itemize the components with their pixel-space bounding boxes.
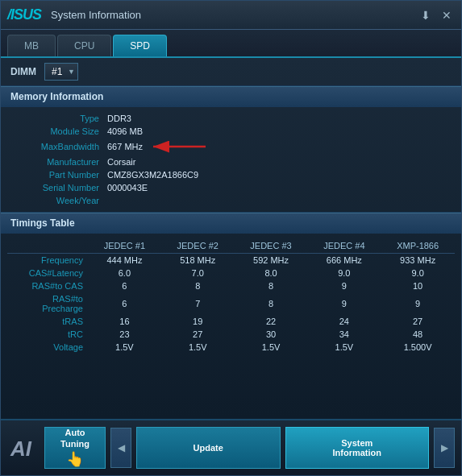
title-bar: /ISUS System Information ⬇ ✕ bbox=[1, 1, 461, 30]
part-number-value: CMZ8GX3M2A1866C9 bbox=[107, 170, 198, 180]
serial-number-label: Serial Number bbox=[10, 183, 99, 192]
info-row-maxbandwidth: MaxBandwidth 667 MHz bbox=[10, 138, 452, 155]
trc-jedec3: 30 bbox=[235, 328, 308, 341]
asus-logo: /ISUS bbox=[7, 6, 41, 23]
timings-col-header-jedec1: JEDEC #1 bbox=[88, 238, 161, 254]
nav-left-button[interactable]: ◀ bbox=[110, 428, 131, 468]
timings-grid: JEDEC #1 JEDEC #2 JEDEC #3 JEDEC #4 XMP-… bbox=[7, 238, 455, 354]
tras-jedec4: 24 bbox=[307, 315, 381, 328]
voltage-xmp: 1.500V bbox=[381, 341, 455, 354]
module-size-value: 4096 MB bbox=[107, 126, 143, 136]
frequency-jedec3: 592 MHz bbox=[235, 254, 308, 267]
dimm-select[interactable]: #1 #2 #3 #4 bbox=[44, 63, 78, 81]
timings-row-voltage: Voltage 1.5V 1.5V 1.5V 1.5V 1.500V bbox=[7, 341, 455, 354]
info-row-serial-number: Serial Number 0000043E bbox=[10, 181, 452, 194]
maxbandwidth-label: MaxBandwidth bbox=[10, 142, 99, 151]
auto-tuning-line2: Tuning bbox=[60, 439, 89, 449]
timings-row-tras: tRAS 16 19 22 24 27 bbox=[7, 315, 455, 328]
svg-text:AI: AI bbox=[10, 437, 32, 461]
frequency-xmp: 933 MHz bbox=[381, 254, 455, 267]
manufacturer-value: Corsair bbox=[107, 157, 135, 167]
voltage-jedec4: 1.5V bbox=[307, 341, 381, 354]
ras-precharge-jedec2: 7 bbox=[161, 292, 235, 315]
serial-number-value: 0000043E bbox=[107, 183, 148, 192]
tab-mb[interactable]: MB bbox=[7, 35, 56, 56]
tras-jedec3: 22 bbox=[235, 315, 308, 328]
trc-jedec2: 27 bbox=[161, 328, 235, 341]
nav-right-button[interactable]: ▶ bbox=[434, 428, 455, 468]
tras-label: tRAS bbox=[7, 315, 88, 328]
dimm-select-wrapper[interactable]: #1 #2 #3 #4 bbox=[44, 63, 78, 81]
week-year-label: Week/Year bbox=[10, 196, 99, 205]
ras-to-cas-xmp: 10 bbox=[381, 279, 455, 292]
chevron-right-icon: ▶ bbox=[441, 442, 448, 453]
tabs-bar: MB CPU SPD bbox=[1, 30, 461, 56]
frequency-label: Frequency bbox=[7, 254, 88, 267]
part-number-label: Part Number bbox=[10, 170, 99, 180]
info-row-manufacturer: Manufacturer Corsair bbox=[10, 155, 452, 168]
timings-col-header-jedec4: JEDEC #4 bbox=[307, 238, 381, 254]
maxbandwidth-value: 667 MHz bbox=[107, 142, 143, 151]
ras-to-cas-jedec1: 6 bbox=[88, 279, 161, 292]
trc-jedec1: 23 bbox=[88, 328, 161, 341]
trc-label: tRC bbox=[7, 328, 88, 341]
ras-to-cas-jedec4: 9 bbox=[307, 279, 381, 292]
title-buttons: ⬇ ✕ bbox=[418, 7, 455, 23]
close-button[interactable]: ✕ bbox=[439, 7, 455, 23]
tras-jedec1: 16 bbox=[88, 315, 161, 328]
trc-xmp: 48 bbox=[381, 328, 455, 341]
cas-jedec2: 7.0 bbox=[161, 267, 235, 279]
ras-precharge-label: RAS#to Precharge bbox=[7, 292, 88, 315]
frequency-jedec4: 666 MHz bbox=[307, 254, 381, 267]
trc-jedec4: 34 bbox=[307, 328, 381, 341]
timings-row-cas: CAS#Latency 6.0 7.0 8.0 9.0 9.0 bbox=[7, 267, 455, 279]
timings-col-header-jedec3: JEDEC #3 bbox=[235, 238, 308, 254]
system-info-line2: Information bbox=[333, 448, 382, 457]
dimm-row: DIMM #1 #2 #3 #4 bbox=[1, 58, 461, 86]
update-button[interactable]: Update bbox=[136, 427, 281, 469]
info-row-type: Type DDR3 bbox=[10, 112, 452, 125]
download-button[interactable]: ⬇ bbox=[418, 7, 434, 23]
timings-table: JEDEC #1 JEDEC #2 JEDEC #3 JEDEC #4 XMP-… bbox=[1, 234, 461, 358]
timings-row-ras-to-cas: RAS#to CAS 6 8 8 9 10 bbox=[7, 279, 455, 292]
cas-jedec1: 6.0 bbox=[88, 267, 161, 279]
voltage-jedec3: 1.5V bbox=[235, 341, 308, 354]
manufacturer-label: Manufacturer bbox=[10, 157, 99, 167]
timings-col-header-xmp: XMP-1866 bbox=[381, 238, 455, 254]
memory-section-header: Memory Information bbox=[1, 86, 461, 107]
ras-precharge-jedec4: 9 bbox=[307, 292, 381, 315]
timings-row-trc: tRC 23 27 30 34 48 bbox=[7, 328, 455, 341]
system-info-line1: System bbox=[341, 438, 373, 448]
system-info-label: System Information bbox=[333, 438, 382, 457]
timings-section-header: Timings Table bbox=[1, 213, 461, 234]
red-arrow-annotation bbox=[149, 139, 214, 154]
type-label: Type bbox=[10, 114, 99, 123]
info-row-part-number: Part Number CMZ8GX3M2A1866C9 bbox=[10, 168, 452, 181]
module-size-label: Module Size bbox=[10, 126, 99, 136]
cas-jedec3: 8.0 bbox=[235, 267, 308, 279]
ai-logo-svg: AI bbox=[9, 433, 38, 462]
timings-row-frequency: Frequency 444 MHz 518 MHz 592 MHz 666 MH… bbox=[7, 254, 455, 267]
system-info-button[interactable]: System Information bbox=[285, 427, 430, 469]
ras-precharge-xmp: 9 bbox=[381, 292, 455, 315]
ai-suite-logo: AI bbox=[7, 432, 40, 464]
tab-spd[interactable]: SPD bbox=[113, 35, 167, 56]
timings-header-row: JEDEC #1 JEDEC #2 JEDEC #3 JEDEC #4 XMP-… bbox=[7, 238, 455, 254]
cas-label: CAS#Latency bbox=[7, 267, 88, 279]
tab-cpu[interactable]: CPU bbox=[57, 35, 111, 56]
window-title: System Information bbox=[51, 9, 418, 21]
auto-tuning-button[interactable]: Auto Tuning 👆 bbox=[44, 427, 106, 469]
ras-to-cas-jedec2: 8 bbox=[161, 279, 235, 292]
dimm-label: DIMM bbox=[10, 66, 36, 77]
auto-tuning-line1: Auto bbox=[65, 428, 85, 437]
bottom-bar: AI Auto Tuning 👆 ◀ Update System Informa… bbox=[1, 419, 461, 475]
voltage-label: Voltage bbox=[7, 341, 88, 354]
ras-to-cas-jedec3: 8 bbox=[235, 279, 308, 292]
cas-xmp: 9.0 bbox=[381, 267, 455, 279]
voltage-jedec2: 1.5V bbox=[161, 341, 235, 354]
app-window: /ISUS System Information ⬇ ✕ MB CPU SPD … bbox=[0, 0, 462, 476]
timings-col-header-jedec2: JEDEC #2 bbox=[161, 238, 235, 254]
timings-row-ras-precharge: RAS#to Precharge 6 7 8 9 9 bbox=[7, 292, 455, 315]
ras-precharge-jedec1: 6 bbox=[88, 292, 161, 315]
tras-jedec2: 19 bbox=[161, 315, 235, 328]
